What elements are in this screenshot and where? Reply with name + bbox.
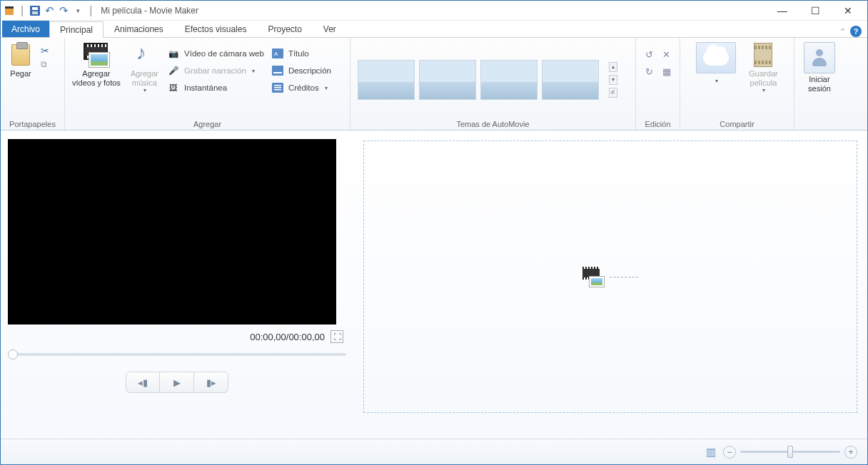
svg-rect-1: [5, 6, 14, 9]
zoom-out-button[interactable]: −: [723, 446, 736, 459]
svg-rect-8: [273, 72, 282, 73]
descripcion-button[interactable]: Descripción: [270, 63, 333, 78]
automovie-theme-2[interactable]: [419, 60, 476, 100]
clipboard-icon: [11, 44, 30, 66]
media-placeholder-icon: [582, 267, 604, 287]
themes-scroll-up[interactable]: ▴: [609, 62, 617, 72]
group-edicion: Edición: [640, 118, 675, 128]
svg-text:A: A: [274, 51, 278, 57]
grabar-narracion-button[interactable]: 🎤 Grabar narración▾: [166, 63, 266, 78]
fullscreen-button[interactable]: ⛶: [330, 330, 343, 343]
svg-rect-12: [274, 89, 281, 91]
save-icon[interactable]: [29, 5, 41, 16]
credits-icon: [271, 81, 284, 94]
help-icon[interactable]: ?: [850, 26, 862, 37]
rotate-right-icon[interactable]: ↻: [643, 65, 656, 78]
agregar-musica-button[interactable]: Agregar música ▾: [128, 41, 161, 95]
agregar-videos-fotos-button[interactable]: Agregar vídeos y fotos: [69, 41, 123, 88]
group-compartir: Compartir: [685, 118, 789, 128]
themes-scroll-down[interactable]: ▾: [609, 75, 617, 85]
status-bar: ▥ − +: [1, 439, 867, 464]
window-title: Mi película - Movie Maker: [101, 6, 198, 16]
qat-dropdown-icon[interactable]: ▾: [72, 5, 84, 16]
film-reel-icon: [754, 43, 772, 67]
cloud-icon: [696, 42, 736, 73]
minimize-button[interactable]: —: [766, 1, 799, 21]
tab-proyecto[interactable]: Proyecto: [257, 21, 312, 37]
music-note-icon: [136, 44, 153, 66]
iniciar-sesion-button[interactable]: Iniciar sesión: [801, 41, 838, 94]
seek-thumb[interactable]: [8, 349, 18, 359]
next-frame-button[interactable]: ▮▸: [194, 372, 228, 393]
redo-icon[interactable]: ↷: [58, 5, 69, 16]
rotate-left-icon[interactable]: ↺: [643, 48, 656, 61]
webcam-icon: 📷: [167, 47, 180, 60]
play-button[interactable]: ▶: [160, 372, 194, 393]
ribbon-tabs: Archivo Principal Animaciones Efectos vi…: [1, 21, 867, 38]
preview-pane: 00:00,00/00:00,00 ⛶ ◂▮ ▶ ▮▸: [1, 131, 353, 439]
themes-expand[interactable]: ꠵: [609, 88, 617, 98]
svg-rect-3: [32, 7, 38, 10]
tab-animaciones[interactable]: Animaciones: [104, 21, 174, 37]
person-icon: [804, 42, 835, 73]
creditos-button[interactable]: Créditos▾: [270, 81, 333, 95]
group-automovie: Temas de AutoMovie: [355, 118, 631, 128]
content-area: 00:00,00/00:00,00 ⛶ ◂▮ ▶ ▮▸: [1, 131, 867, 439]
prev-frame-button[interactable]: ◂▮: [126, 372, 160, 393]
automovie-theme-3[interactable]: [480, 60, 538, 100]
group-portapapeles: Portapapeles: [5, 118, 60, 128]
zoom-in-button[interactable]: +: [844, 446, 857, 459]
share-cloud-button[interactable]: ▾: [693, 41, 739, 86]
zoom-slider[interactable]: [740, 451, 840, 453]
tab-archivo[interactable]: Archivo: [2, 21, 49, 37]
mic-icon: 🎤: [167, 64, 180, 77]
delete-icon[interactable]: ✕: [660, 48, 673, 61]
scissors-icon[interactable]: ✂: [41, 45, 49, 56]
close-button[interactable]: ✕: [832, 1, 864, 21]
copy-icon[interactable]: ⧉: [41, 59, 49, 69]
automovie-theme-1[interactable]: [358, 60, 415, 100]
pegar-button[interactable]: Pegar: [5, 41, 36, 80]
tab-principal[interactable]: Principal: [49, 21, 104, 38]
tab-ver[interactable]: Ver: [313, 21, 347, 37]
svg-rect-7: [272, 66, 283, 76]
title-bar: | ↶ ↷ ▾ | Mi película - Movie Maker — ☐ …: [1, 1, 867, 21]
title-icon: A: [271, 47, 284, 60]
automovie-theme-4[interactable]: [542, 60, 599, 100]
group-agregar: Agregar: [69, 118, 345, 128]
timeline-placeholder: [582, 267, 638, 287]
titulo-button[interactable]: A Título: [270, 46, 333, 61]
guardar-pelicula-button[interactable]: Guardar película ▾: [746, 41, 780, 95]
undo-icon[interactable]: ↶: [44, 5, 55, 16]
caption-icon: [271, 64, 284, 77]
maximize-button[interactable]: ☐: [799, 1, 832, 21]
seek-bar[interactable]: [8, 353, 346, 356]
svg-rect-11: [274, 87, 281, 88]
timeline-pane: [353, 131, 867, 439]
video-preview: [8, 139, 336, 325]
timeline-drop-area[interactable]: [363, 140, 857, 413]
ribbon: Pegar ✂ ⧉ Portapapeles Agregar vídeos y …: [1, 38, 867, 131]
snapshot-icon: 🖼: [167, 81, 180, 94]
video-camara-web-button[interactable]: 📷 Vídeo de cámara web: [166, 46, 266, 61]
svg-rect-4: [32, 11, 38, 14]
tab-efectos[interactable]: Efectos visuales: [174, 21, 258, 37]
zoom-control: − +: [723, 446, 857, 459]
select-all-icon[interactable]: ▦: [660, 65, 673, 78]
view-thumbnails-icon[interactable]: ▥: [706, 446, 716, 459]
instantanea-button[interactable]: 🖼 Instantánea: [166, 81, 266, 95]
app-icon: [4, 5, 15, 16]
zoom-thumb[interactable]: [787, 446, 793, 458]
timecode-display: 00:00,00/00:00,00: [250, 332, 325, 342]
svg-rect-10: [274, 85, 281, 86]
collapse-ribbon-icon[interactable]: ⌃: [839, 27, 846, 36]
